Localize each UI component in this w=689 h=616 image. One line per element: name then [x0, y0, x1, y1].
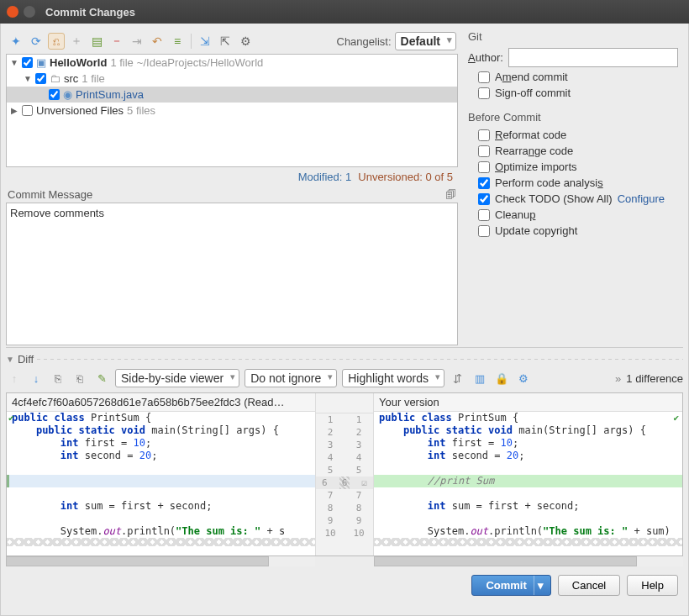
viewer-select[interactable]: Side-by-side viewer — [115, 369, 239, 387]
vcs-section-label: Git — [468, 30, 678, 43]
checkbox[interactable] — [49, 89, 60, 100]
tree-row-file[interactable]: ◉ PrintSum.java — [7, 87, 457, 103]
checkbox[interactable] — [22, 57, 33, 68]
todo-configure-link[interactable]: Configure — [618, 192, 665, 205]
optimize-label: Optimize imports — [495, 161, 577, 173]
cleanup-label: Cleanup — [495, 208, 535, 221]
signoff-label: Sign-off commit — [495, 87, 571, 99]
rearrange-checkbox[interactable] — [478, 145, 490, 157]
changelist-label: Changelist: — [337, 35, 392, 48]
diff-right-code[interactable]: ✔ public class PrintSum { public static … — [374, 412, 682, 555]
status-line: Modified: 1 Unversioned: 0 of 5 — [6, 167, 458, 187]
lock-icon[interactable]: 🔒 — [493, 370, 510, 387]
tree-row-unversioned[interactable]: ▶ Unversioned Files 5 files — [7, 103, 457, 118]
cancel-button[interactable]: Cancel — [558, 575, 620, 596]
expand-all-icon[interactable]: ⇲ — [197, 33, 213, 50]
compare-prev-file-icon[interactable]: ⎘ — [50, 370, 66, 387]
tree-label: HelloWorld — [50, 56, 107, 69]
copyright-label: Update copyright — [495, 224, 577, 237]
window-title: Commit Changes — [45, 6, 135, 18]
optimize-checkbox[interactable] — [478, 161, 490, 173]
diff-left-title: 4cf4efc7f60a6057268d61e7a658b6b75ee2fdc3… — [7, 393, 315, 412]
expand-icon[interactable]: » — [615, 372, 621, 385]
author-label: Author: — [468, 51, 503, 64]
java-file-icon: ◉ — [63, 88, 72, 101]
check-icon: ✔ — [8, 413, 14, 424]
diff-count: 1 difference — [626, 372, 683, 385]
amend-label: Amend commit — [495, 71, 568, 83]
settings-icon[interactable]: ⚙ — [237, 33, 254, 50]
prev-diff-icon[interactable]: ↑ — [6, 370, 23, 387]
move-to-icon[interactable]: ⇥ — [129, 33, 145, 50]
rearrange-label: Rearrange code — [495, 145, 573, 157]
collapse-diff-icon[interactable]: ▼ — [6, 355, 14, 364]
cleanup-checkbox[interactable] — [478, 209, 490, 221]
chevron-down-icon[interactable]: ▾ — [534, 576, 547, 595]
diff-right-title: Your version — [374, 393, 682, 412]
checkbox[interactable] — [35, 73, 46, 84]
expand-icon[interactable]: ▼ — [10, 58, 18, 67]
tree-label: src — [64, 72, 78, 85]
copyright-checkbox[interactable] — [478, 225, 490, 237]
signoff-checkbox[interactable] — [478, 87, 490, 99]
tree-label: Unversioned Files — [36, 104, 124, 117]
analysis-checkbox[interactable] — [478, 177, 490, 189]
commit-message-input[interactable] — [6, 203, 458, 345]
todo-checkbox[interactable] — [478, 193, 490, 205]
changelist-select[interactable]: Default — [395, 32, 456, 50]
add-icon[interactable]: ＋ — [68, 33, 85, 50]
minimize-icon[interactable] — [24, 6, 35, 18]
close-icon[interactable] — [7, 6, 18, 18]
expand-icon[interactable]: ▶ — [10, 106, 18, 115]
tree-row-src[interactable]: ▼ 🗀 src 1 file — [7, 71, 457, 87]
changes-tree[interactable]: ▼ ▣ HelloWorld 1 file ~/IdeaProjects/Hel… — [6, 54, 458, 167]
folder-icon: 🗀 — [50, 72, 60, 85]
analysis-label: Perform code analysis — [495, 176, 603, 189]
commit-message-label: Commit Message — [8, 188, 92, 201]
group-by-icon[interactable]: ≡ — [169, 33, 186, 50]
modified-count: Modified: 1 — [298, 171, 352, 183]
todo-label: Check TODO (Show All) — [495, 192, 613, 205]
unversioned-count: Unversioned: 0 of 5 — [358, 171, 453, 183]
module-icon: ▣ — [36, 56, 46, 69]
tree-row-root[interactable]: ▼ ▣ HelloWorld 1 file ~/IdeaProjects/Hel… — [7, 55, 457, 71]
diff-left-code[interactable]: ✔ public class PrintSum { public static … — [7, 412, 315, 555]
jump-to-source-icon[interactable]: ✎ — [93, 370, 110, 387]
commit-button[interactable]: Commit▾ — [471, 575, 550, 596]
diff-viewer: 4cf4efc7f60a6057268d61e7a658b6b75ee2fdc3… — [6, 392, 683, 556]
tree-label: PrintSum.java — [76, 88, 144, 101]
diff-section-label: Diff — [18, 353, 34, 366]
history-icon[interactable]: 🗐 — [445, 188, 456, 201]
ignore-select[interactable]: Do not ignore — [245, 369, 337, 387]
author-input[interactable] — [508, 48, 678, 67]
checkbox[interactable] — [22, 105, 33, 116]
window-titlebar: Commit Changes — [0, 0, 689, 24]
tree-meta: 5 files — [127, 104, 155, 117]
refresh-icon[interactable]: ⟳ — [28, 33, 45, 50]
show-diff-icon[interactable]: ✦ — [8, 33, 24, 50]
tree-meta: ~/IdeaProjects/HelloWorld — [137, 56, 263, 69]
changes-toolbar: ✦ ⟳ ⎌ ＋ ▤ － ⇥ ↶ ≡ ⇲ ⇱ ⚙ Changelist: Defa… — [6, 29, 458, 54]
tree-meta: 1 file — [82, 72, 104, 85]
revert-icon[interactable]: ⎌ — [48, 33, 65, 50]
diff-toolbar: ↑ ↓ ⎘ ⎗ ✎ Side-by-side viewer Do not ign… — [6, 367, 683, 392]
expand-icon[interactable]: ▼ — [24, 74, 32, 83]
tree-meta: 1 file — [110, 56, 133, 69]
rollback-icon[interactable]: ↶ — [149, 33, 166, 50]
remove-icon[interactable]: － — [108, 33, 125, 50]
new-changelist-icon[interactable]: ▤ — [88, 33, 105, 50]
sync-scroll-icon[interactable]: ▥ — [471, 370, 488, 387]
diff-settings-icon[interactable]: ⚙ — [515, 370, 532, 387]
collapse-all-icon[interactable]: ⇱ — [217, 33, 234, 50]
amend-checkbox[interactable] — [478, 71, 490, 83]
reformat-checkbox[interactable] — [478, 129, 490, 141]
check-icon: ✔ — [673, 413, 679, 424]
compare-next-file-icon[interactable]: ⎗ — [71, 370, 88, 387]
before-commit-label: Before Commit — [468, 111, 678, 124]
diff-gutter: 11 22 33 44 55 66☑ 77 88 99 1010 — [315, 393, 374, 555]
collapse-unchanged-icon[interactable]: ⇵ — [450, 370, 466, 387]
dialog-footer: Commit▾ Cancel Help — [6, 566, 683, 599]
next-diff-icon[interactable]: ↓ — [28, 370, 45, 387]
highlight-select[interactable]: Highlight words — [342, 369, 444, 387]
help-button[interactable]: Help — [627, 575, 678, 596]
